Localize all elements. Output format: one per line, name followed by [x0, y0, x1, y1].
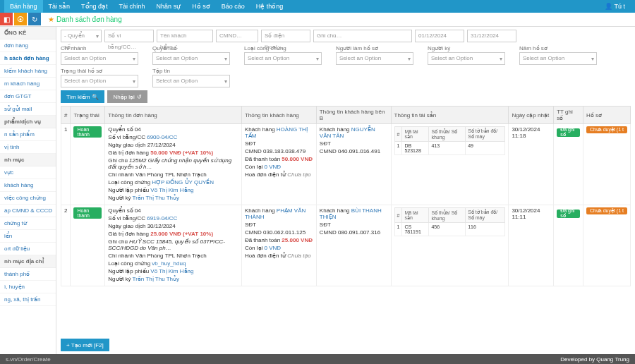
nav-tab[interactable]: Hồ sơ — [186, 0, 216, 13]
nav-tab[interactable]: Tài sản — [43, 0, 76, 13]
filter-input[interactable]: Số điện thoại… — [261, 30, 310, 42]
table-header: TT ghi số — [554, 107, 583, 124]
filter-buttons: Tìm kiếm 🔍 Nhập lại ↺ — [61, 90, 631, 103]
sidebar-item[interactable]: m khách hàng — [0, 78, 56, 90]
sidebar-item[interactable]: vị tính — [0, 141, 56, 154]
filter-select[interactable]: Select an Option — [61, 52, 138, 65]
ghiso-badge: Đã ghi số — [557, 210, 580, 218]
sidebar-item[interactable]: thành phố — [0, 268, 56, 281]
square-btn-1[interactable]: ◧ — [0, 13, 13, 25]
sidebar-item[interactable]: vực — [0, 166, 56, 179]
sidebar-header: ỐNG KÊ — [0, 27, 56, 40]
orders-table: #Trạng tháiThông tin đơn hàngThông tin k… — [61, 106, 631, 286]
sidebar-item[interactable]: đơn hàng — [0, 40, 56, 52]
filter-row-top: - Quyển số -Số vi bằng/CC…Tên khách hàng… — [61, 30, 631, 42]
user-menu[interactable]: 👤 Tú t — [599, 3, 631, 10]
nav-tab[interactable]: Tài chính — [114, 0, 151, 13]
filter-select[interactable]: Select an Option — [61, 75, 138, 87]
filter-select[interactable]: Select an Option — [336, 52, 413, 65]
footer-url: s.vn/Order/Create — [6, 356, 51, 363]
nav-tab[interactable]: Bán hàng — [4, 0, 43, 13]
title-bar: ◧ ⦿ ↻ ★Danh sách đơn hàng — [0, 13, 635, 27]
sidebar-group-header: nh mục địa chỉ — [0, 255, 56, 268]
filter-label: Người làm hồ sơ — [336, 45, 413, 51]
nav-tab[interactable]: Tổng đạt — [75, 0, 114, 13]
reset-button[interactable]: Nhập lại ↺ — [107, 90, 147, 103]
table-row: 2Hoàn thànhQuyển số 04Số vi bằng/CC 6919… — [61, 205, 631, 286]
filter-input[interactable]: Tên khách hàng… — [157, 30, 213, 42]
sidebar-item[interactable]: việc công chứng — [0, 192, 56, 205]
sidebar-item[interactable]: ì, huyện — [0, 281, 56, 293]
content-area: - Quyển số -Số vi bằng/CC…Tên khách hàng… — [56, 27, 635, 354]
footer: s.vn/Order/Create Developed by Quang Tru… — [0, 354, 635, 364]
sidebar-item[interactable]: h sách đơn hàng — [0, 52, 56, 65]
table-header: Trạng thái — [71, 107, 105, 124]
table-header: Ngày cập nhật — [509, 107, 554, 124]
sidebar-item[interactable]: áp CMND & CCCD — [0, 205, 56, 217]
table-header: Thông tin khách hàng — [241, 107, 316, 124]
sidebar-item[interactable]: ng, xã, thị trấn — [0, 293, 56, 306]
filter-select[interactable]: Select an Option — [519, 52, 597, 65]
sidebar-group-header: phẩm/dịch vụ — [0, 116, 56, 128]
add-new-button[interactable]: + Tạo mới [F2] — [61, 339, 109, 351]
table-header: Hồ sơ — [583, 107, 630, 124]
sidebar-item[interactable]: n sản phẩm — [0, 128, 56, 141]
nav-tab[interactable]: Hệ thống — [250, 0, 289, 13]
table-row: 1Hoàn thànhQuyển số 04Số vi bằng/CC 6900… — [61, 124, 631, 205]
search-button[interactable]: Tìm kiếm 🔍 — [61, 90, 104, 103]
reset-icon: ↺ — [137, 94, 142, 100]
filter-select[interactable]: Select an Option — [152, 52, 230, 65]
sidebar-item[interactable]: ort dữ liệu — [0, 243, 56, 255]
table-header: Thông tin khách hàng bên B — [316, 107, 391, 124]
nav-tab[interactable]: Báo cáo — [216, 0, 250, 13]
table-header: Thông tin đơn hàng — [105, 107, 242, 124]
sidebar: ỐNG KÊ đơn hàngh sách đơn hàngkiếm khách… — [0, 27, 56, 354]
ghiso-badge: Đã ghi số — [557, 128, 580, 137]
sidebar-item[interactable]: khách hàng — [0, 179, 56, 192]
filter-input[interactable]: 01/12/2024 — [415, 30, 464, 42]
filter-input[interactable]: Số vi bằng/CC… — [104, 30, 154, 42]
table-header: # — [61, 107, 71, 124]
sidebar-item[interactable]: sử gửi mail — [0, 103, 56, 116]
filter-label: Loại công chứng — [244, 45, 322, 51]
filter-input[interactable]: CMND… — [216, 30, 258, 42]
hoso-badge[interactable]: Chưa duyệt (1 t — [586, 126, 627, 133]
filter-row-2: Chi nhánhSelect an OptionQuyển sốSelect … — [61, 45, 631, 65]
filter-select[interactable]: Select an Option — [428, 52, 505, 65]
sidebar-item[interactable]: kiếm khách hàng — [0, 65, 56, 78]
filter-select[interactable]: Select an Option — [152, 75, 230, 87]
sidebar-item[interactable]: đơn GTGT — [0, 90, 56, 103]
page-title: ★Danh sách đơn hàng — [48, 16, 122, 23]
sidebar-item[interactable]: iển — [0, 230, 56, 243]
top-nav: Bán hàngTài sảnTổng đạtTài chínhNhân sựH… — [0, 0, 635, 13]
square-btn-3[interactable]: ↻ — [28, 13, 41, 25]
footer-dev: Developed by Quang Trung — [560, 356, 629, 363]
filter-label: Người ký — [428, 45, 505, 51]
filter-input[interactable]: Ghi chú… — [313, 30, 412, 42]
filter-input[interactable]: 31/12/2024 — [467, 30, 516, 42]
nav-tab[interactable]: Nhân sự — [151, 0, 187, 13]
square-btn-2[interactable]: ⦿ — [14, 13, 27, 25]
hoso-badge[interactable]: Chưa duyệt (1 t — [586, 207, 627, 214]
sidebar-group-header: nh mục — [0, 154, 56, 166]
status-badge: Hoàn thành — [73, 207, 102, 219]
filter-label: Tập tin — [152, 68, 230, 74]
filter-input[interactable]: - Quyển số - — [61, 30, 102, 42]
filter-select[interactable]: Select an Option — [244, 52, 322, 65]
status-badge: Hoàn thành — [73, 126, 102, 138]
table-header: Thông tin tài sản — [391, 107, 509, 124]
sidebar-item[interactable]: chứng từ — [0, 217, 56, 230]
filter-label: Năm hồ sơ — [519, 45, 597, 51]
filter-row-3: Trạng thái hồ sơSelect an OptionTập tinS… — [61, 68, 631, 87]
filter-label: Trạng thái hồ sơ — [61, 68, 138, 74]
search-icon: 🔍 — [92, 94, 99, 100]
